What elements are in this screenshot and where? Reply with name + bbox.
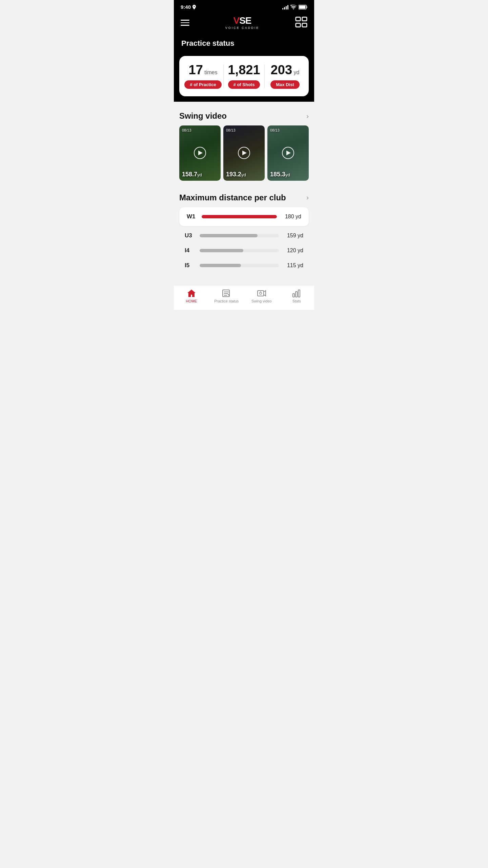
club-name-i4: I4: [185, 247, 196, 254]
video-thumb-3[interactable]: 08/13 185.3yd: [267, 125, 309, 181]
shots-count-badge: # of Shots: [228, 80, 260, 89]
video-date-2: 08/13: [226, 128, 236, 132]
scan-icon: [295, 16, 307, 28]
club-distance-u3: 159 yd: [283, 233, 303, 239]
practice-icon: [222, 289, 231, 298]
video-distance-2: 193.2yd: [226, 171, 246, 178]
nav-label-stats: Stats: [292, 299, 301, 303]
home-icon: [187, 289, 196, 298]
club-distance-i4: 120 yd: [283, 248, 303, 254]
club-list: U3 159 yd I4 120 yd I5 115 yd: [179, 228, 309, 273]
location-icon: [192, 5, 196, 9]
header: VSE VOICE CADDIE: [174, 13, 314, 36]
nav-item-home[interactable]: HOME: [174, 289, 209, 303]
practice-status-section: Practice status 17 times # of Practice 1…: [174, 36, 314, 102]
club-bar-fill-w1: [202, 215, 277, 218]
svg-rect-6: [302, 23, 307, 27]
menu-button[interactable]: [181, 20, 189, 26]
club-bar-fill-i4: [200, 249, 243, 252]
swing-video-chevron[interactable]: ›: [306, 112, 309, 120]
time-display: 9:40: [181, 4, 191, 10]
video-date-1: 08/13: [182, 128, 191, 132]
video-play-1[interactable]: [194, 147, 206, 159]
status-time-area: 9:40: [181, 4, 196, 10]
practice-count-value: 17 times: [189, 63, 218, 76]
nav-label-practice: Practice status: [214, 299, 239, 303]
max-distance-section: Maximum distance per club › W1 180 yd U3…: [174, 186, 314, 278]
svg-rect-1: [299, 5, 306, 8]
scan-button[interactable]: [295, 16, 307, 29]
club-bar-container-u3: [200, 234, 279, 237]
stats-card: 17 times # of Practice 1,821 # of Shots …: [179, 56, 309, 96]
svg-rect-4: [302, 17, 307, 21]
video-distance-3: 185.3yd: [270, 171, 290, 178]
nav-item-stats[interactable]: Stats: [279, 289, 314, 303]
club-bar-fill-u3: [200, 234, 258, 237]
video-date-3: 08/13: [270, 128, 280, 132]
club-bar-fill-i5: [200, 264, 241, 267]
max-dist-badge: Max Dist: [270, 80, 299, 89]
stat-shots-count: 1,821 # of Shots: [224, 63, 264, 89]
club-row-u3: U3 159 yd: [185, 228, 303, 243]
stat-max-dist: 203 yd Max Dist: [265, 63, 305, 89]
video-play-2[interactable]: [238, 147, 250, 159]
practice-count-badge: # of Practice: [184, 80, 221, 89]
status-icons: [282, 5, 307, 9]
shots-count-value: 1,821: [228, 63, 260, 76]
status-bar: 9:40: [174, 0, 314, 13]
practice-status-title: Practice status: [174, 36, 314, 56]
club-bar-container-w1: [202, 215, 277, 218]
nav-item-swing[interactable]: Swing video: [244, 289, 279, 303]
club-name-i5: I5: [185, 262, 196, 269]
svg-rect-3: [296, 17, 301, 21]
main-content: Practice status 17 times # of Practice 1…: [174, 36, 314, 278]
svg-point-13: [260, 292, 262, 294]
max-distance-title: Maximum distance per club: [179, 193, 286, 202]
club-bar-container-i5: [200, 264, 279, 267]
video-thumb-1[interactable]: 08/13 158.7yd: [179, 125, 221, 181]
wifi-icon: [290, 5, 297, 9]
svg-rect-16: [296, 292, 297, 297]
video-thumb-2[interactable]: 08/13 193.2yd: [223, 125, 265, 181]
logo-subtitle: VOICE CADDIE: [225, 26, 260, 29]
max-distance-header: Maximum distance per club ›: [179, 193, 309, 202]
bottom-nav: HOME Practice status Swing video Stats: [174, 285, 314, 310]
club-row-i4: I4 120 yd: [185, 243, 303, 258]
svg-rect-2: [307, 6, 307, 8]
nav-item-practice[interactable]: Practice status: [209, 289, 244, 303]
video-distance-1: 158.7yd: [182, 171, 202, 178]
video-grid: 08/13 158.7yd 08/13 193.2yd 08/13 185.3y…: [179, 125, 309, 181]
club-distance-i5: 115 yd: [283, 262, 303, 269]
nav-label-swing: Swing video: [251, 299, 271, 303]
svg-rect-5: [296, 23, 301, 27]
club-row-i5: I5 115 yd: [185, 258, 303, 273]
logo: VSE VOICE CADDIE: [225, 16, 260, 29]
svg-rect-17: [298, 290, 300, 297]
max-dist-value: 203 yd: [271, 63, 300, 76]
nav-label-home: HOME: [186, 299, 197, 303]
swing-video-section: Swing video › 08/13 158.7yd 08/13 193.2y…: [174, 102, 314, 186]
swing-video-title: Swing video: [179, 111, 227, 121]
club-distance-w1: 180 yd: [281, 214, 301, 220]
battery-icon: [299, 5, 307, 9]
max-distance-chevron[interactable]: ›: [306, 194, 309, 201]
svg-rect-15: [293, 294, 294, 297]
signal-icon: [282, 5, 288, 9]
swing-video-header: Swing video ›: [179, 111, 309, 121]
club-row-w1: W1 180 yd: [187, 213, 301, 220]
club-card-w1: W1 180 yd: [179, 207, 309, 226]
logo-text: VSE: [233, 16, 251, 25]
video-play-3[interactable]: [282, 147, 294, 159]
club-name-u3: U3: [185, 232, 196, 239]
video-icon: [257, 289, 266, 298]
club-bar-container-i4: [200, 249, 279, 252]
stats-icon: [292, 289, 301, 298]
stat-practice-count: 17 times # of Practice: [183, 63, 223, 89]
club-name-w1: W1: [187, 213, 198, 220]
